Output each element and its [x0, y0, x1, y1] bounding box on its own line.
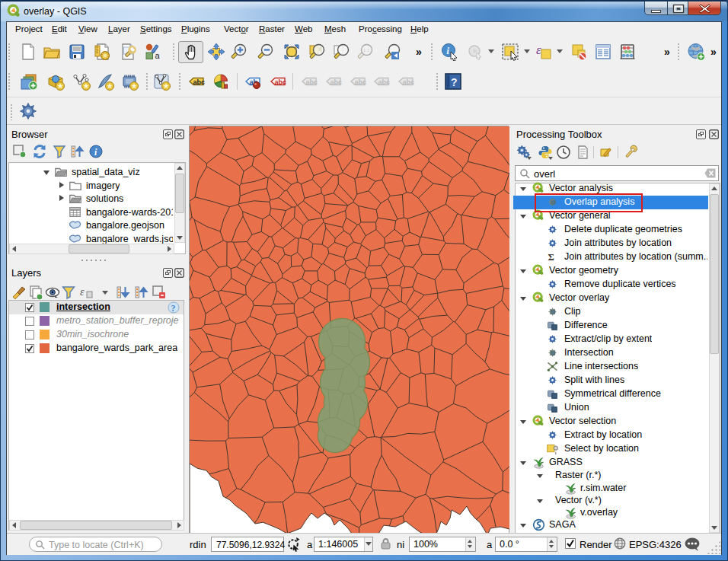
svg-text:ε: ε: [80, 286, 85, 298]
svg-text:abc: abc: [378, 78, 391, 86]
svg-text:Σ: Σ: [548, 252, 554, 263]
svg-text:abc: abc: [193, 78, 206, 86]
svg-text:abc: abc: [403, 78, 415, 86]
svg-text:ε: ε: [536, 43, 541, 57]
svg-text:abc: abc: [355, 78, 367, 86]
svg-text:a: a: [155, 51, 161, 60]
svg-text:abc: abc: [275, 78, 287, 86]
svg-text:abc: abc: [330, 78, 343, 86]
svg-text:abc: abc: [306, 78, 318, 86]
svg-text:?: ?: [451, 76, 458, 88]
svg-text:1:1: 1:1: [363, 48, 370, 53]
svg-text:?: ?: [171, 303, 176, 314]
